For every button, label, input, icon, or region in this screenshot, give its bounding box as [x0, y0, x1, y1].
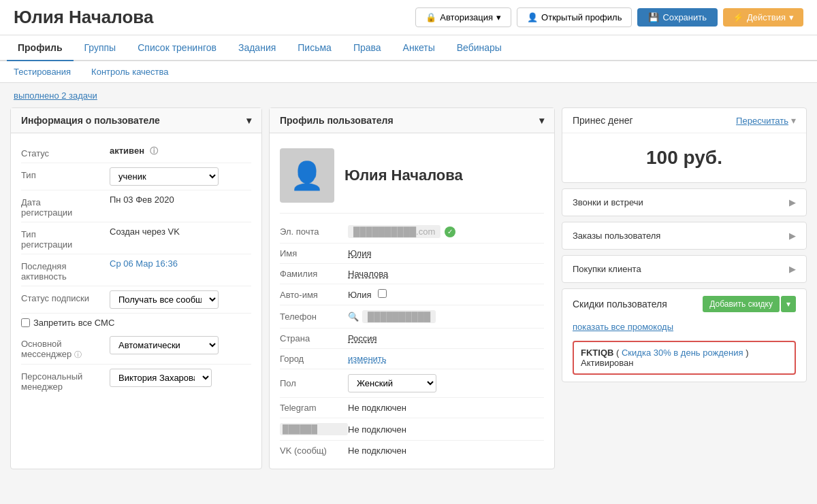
manager-row: Персональный менеджер Виктория Захарова	[21, 365, 251, 396]
money-panel-header: Принес денег Пересчитать ▾	[562, 108, 806, 133]
manager-label: Персональный менеджер	[21, 369, 110, 392]
task-link[interactable]: выполнено 2 задачи	[14, 90, 97, 101]
gender-select[interactable]: Женский	[348, 374, 436, 392]
autoname-value: Юлия	[348, 289, 544, 300]
tab-webinars[interactable]: Вебинары	[446, 35, 513, 61]
info-panel-header[interactable]: Информация о пользователе ▾	[11, 108, 261, 133]
profile-panel-body: 👤 Юлия Началова Эл. почта ██████████.com…	[270, 133, 554, 469]
calls-label: Звонки и встречи	[573, 197, 643, 207]
tab-groups[interactable]: Группы	[74, 35, 127, 61]
city-value: изменить	[348, 354, 544, 364]
phone-row: Телефон 🔍 ██████████	[280, 305, 544, 329]
last-activity-row: Последняяактивность Ср 06 Мар 16:36	[21, 254, 251, 286]
reg-date-label: Датарегистрации	[21, 195, 110, 218]
email-row: Эл. почта ██████████.com ✓	[280, 220, 544, 243]
sms-block-checkbox[interactable]	[21, 318, 30, 327]
discount-dropdown-button[interactable]: ▾	[781, 296, 796, 312]
discounts-header: Скидки пользователя Добавить скидку ▾	[562, 289, 806, 319]
vk-label: VK (сообщ)	[280, 446, 348, 456]
country-label: Страна	[280, 333, 348, 343]
gender-row: Пол Женский	[280, 369, 544, 398]
tab-surveys[interactable]: Анкеты	[392, 35, 446, 61]
autoname-checkbox[interactable]	[378, 289, 387, 298]
recalc-link[interactable]: Пересчитать	[736, 116, 788, 126]
chevron-right-icon: ▶	[789, 264, 796, 274]
discounts-title: Скидки пользователя	[573, 299, 667, 309]
email-label: Эл. почта	[280, 226, 348, 237]
vk-value: Не подключен	[348, 446, 544, 456]
last-activity-label: Последняяактивность	[21, 258, 110, 282]
sub-nav: Тестирования Контроль качества	[0, 61, 817, 83]
calls-panel[interactable]: Звонки и встречи ▶	[562, 188, 807, 216]
type-select[interactable]: ученик	[110, 167, 219, 186]
profile-panel-header[interactable]: Профиль пользователя ▾	[270, 108, 554, 133]
tab-profile[interactable]: Профиль	[7, 35, 74, 61]
main-nav: Профиль Группы Список тренингов Задания …	[0, 35, 817, 61]
lock-icon: 🔒	[426, 12, 436, 22]
auth-button[interactable]: 🔒 Авторизация ▾	[415, 7, 511, 27]
save-button[interactable]: 💾 Сохранить	[637, 8, 718, 27]
city-row: Город изменить	[280, 349, 544, 369]
reg-date-row: Датарегистрации Пн 03 Фев 2020	[21, 190, 251, 222]
city-label: Город	[280, 354, 348, 364]
promo-code-line: FKTIQB ( Скидка 30% в день рождения )	[581, 348, 788, 358]
gender-label: Пол	[280, 378, 348, 388]
email-value: ██████████.com ✓	[348, 225, 544, 238]
page-title: Юлия Началова	[14, 7, 415, 28]
task-link-section: выполнено 2 задачи	[0, 83, 817, 107]
sms-block-label: Запретить все СМС	[33, 318, 114, 328]
lastname-value: Началова	[348, 269, 544, 279]
promo-code-value: FKTIQB	[581, 348, 613, 358]
tab-rights[interactable]: Права	[342, 35, 392, 61]
phone-value: 🔍 ██████████	[348, 310, 544, 323]
social-label: ██████	[280, 423, 348, 435]
telegram-label: Telegram	[280, 403, 348, 413]
manager-value: Виктория Захарова	[110, 369, 251, 387]
help-icon: ⓘ	[74, 350, 82, 358]
tab-tasks[interactable]: Задания	[227, 35, 287, 61]
type-label: Тип	[21, 167, 110, 180]
sub-tab-quality[interactable]: Контроль качества	[84, 64, 175, 80]
reg-date-value: Пн 03 Фев 2020	[110, 195, 251, 205]
money-panel: Принес денег Пересчитать ▾ 100 руб.	[562, 107, 807, 183]
type-row: Тип ученик	[21, 163, 251, 190]
status-label: Статус	[21, 146, 110, 158]
user-icon: 👤	[527, 12, 538, 22]
lastname-row: Фамилия Началова	[280, 264, 544, 284]
show-promos-link[interactable]: показать все промокоды	[562, 319, 806, 337]
main-content: Информация о пользователе ▾ Статус актив…	[0, 107, 817, 480]
manager-select[interactable]: Виктория Захарова	[110, 369, 212, 387]
type-value: ученик	[110, 167, 251, 186]
messenger-select[interactable]: Автоматически	[110, 336, 219, 354]
purchases-panel[interactable]: Покупки клиента ▶	[562, 255, 807, 283]
search-icon: 🔍	[348, 312, 359, 322]
promo-status: Активирован	[581, 358, 788, 368]
tab-letters[interactable]: Письма	[287, 35, 342, 61]
messenger-label: Основной мессенджер ⓘ	[21, 336, 110, 360]
lastname-label: Фамилия	[280, 269, 348, 279]
social-row: ██████ Не подключен	[280, 418, 544, 441]
sub-status-select[interactable]: Получать все сообщения	[110, 290, 219, 309]
add-discount-button[interactable]: Добавить скидку	[703, 296, 780, 312]
reg-type-row: Типрегистрации Создан через VK	[21, 222, 251, 254]
telegram-row: Telegram Не подключен	[280, 398, 544, 418]
messenger-row: Основной мессенджер ⓘ Автоматически	[21, 332, 251, 365]
email-verified-icon: ✓	[445, 226, 455, 237]
promo-code-box: FKTIQB ( Скидка 30% в день рождения ) Ак…	[573, 341, 796, 375]
top-bar: Юлия Началова 🔒 Авторизация ▾ 👤 Открытый…	[0, 0, 817, 35]
status-value: активен ⓘ	[110, 146, 251, 157]
last-activity-value: Ср 06 Мар 16:36	[110, 258, 251, 269]
money-amount: 100 руб.	[562, 133, 806, 182]
sub-tab-testing[interactable]: Тестирования	[7, 64, 78, 80]
country-row: Страна Россия	[280, 329, 544, 349]
help-icon: ⓘ	[150, 146, 158, 156]
open-profile-button[interactable]: 👤 Открытый профиль	[517, 7, 632, 27]
chevron-down-icon: ▾	[539, 115, 544, 126]
save-icon: 💾	[648, 12, 659, 22]
telegram-value: Не подключен	[348, 403, 544, 413]
orders-panel[interactable]: Заказы пользователя ▶	[562, 222, 807, 250]
profile-panel-title: Профиль пользователя	[280, 115, 394, 126]
sub-status-value: Получать все сообщения	[110, 290, 251, 309]
tab-trainings[interactable]: Список тренингов	[127, 35, 227, 61]
actions-button[interactable]: ⚡ Действия ▾	[723, 8, 803, 27]
